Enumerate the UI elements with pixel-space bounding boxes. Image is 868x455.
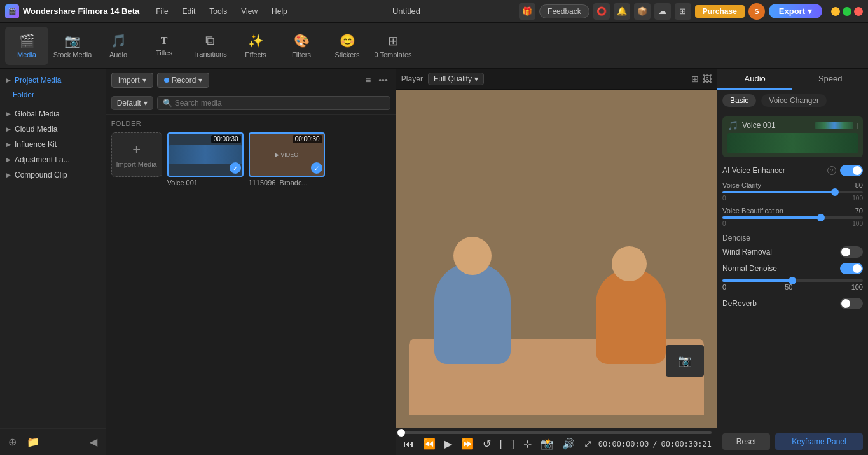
global-media-header[interactable]: ▶ Global Media (0, 106, 106, 122)
win-maximize-btn[interactable] (843, 7, 851, 16)
menu-edit[interactable]: Edit (176, 4, 202, 18)
search-input[interactable] (175, 99, 385, 108)
avatar[interactable]: S (748, 3, 765, 20)
record-button[interactable]: Record ▾ (157, 73, 210, 88)
profile-icon-btn[interactable]: ⭕ (593, 3, 610, 20)
sub-tab-voice-changer[interactable]: Voice Changer (761, 94, 827, 107)
influence-kit-header[interactable]: ▶ Influence Kit (0, 137, 106, 152)
ai-voice-enhancer-toggle[interactable] (840, 165, 863, 176)
mark-in-btn[interactable]: [ (497, 437, 505, 451)
purchase-button[interactable]: Purchase (695, 5, 745, 18)
feedback-button[interactable]: Feedback (539, 4, 589, 18)
filter-icon-btn[interactable]: ≡ (363, 74, 373, 87)
fullscreen-btn[interactable]: ⤢ (581, 437, 595, 451)
normal-denoise-slider-row: 0 50 100 (717, 277, 868, 295)
voice-beautification-min: 0 (722, 220, 726, 227)
toolbar-item-media[interactable]: 🎬 Media (5, 27, 48, 65)
dereverb-toggle[interactable] (840, 298, 863, 309)
toolbar-item-stock-media[interactable]: 📷 Stock Media (51, 27, 94, 65)
media-item-voice[interactable]: 00:00:30 ✓ Voice 001 (167, 132, 244, 186)
toolbar-item-templates[interactable]: ⊞ 0 Templates (371, 27, 415, 65)
voice-beautification-track[interactable] (722, 216, 863, 219)
more-icon-btn[interactable]: ••• (376, 74, 390, 87)
left-panel-collapse-btn[interactable]: ◀ (86, 434, 100, 450)
sub-tab-basic[interactable]: Basic (722, 94, 756, 107)
volume-btn[interactable]: 🔊 (560, 437, 577, 451)
right-sub-tabs: Basic Voice Changer (717, 90, 868, 111)
menu-tools[interactable]: Tools (203, 4, 233, 18)
ai-voice-enhancer-help-icon[interactable]: ? (827, 166, 836, 175)
menu-help[interactable]: Help (265, 4, 294, 18)
quality-label: Full Quality (434, 74, 472, 83)
normal-denoise-knob (853, 264, 862, 273)
import-chevron-icon: ▾ (142, 76, 146, 85)
broadcast-duration: 00:00:30 (293, 135, 322, 143)
full-preview-icon-btn[interactable]: 🖼 (703, 74, 712, 84)
normal-denoise-min: 0 (722, 283, 726, 291)
keyframe-panel-button[interactable]: Keyframe Panel (775, 433, 863, 450)
volume-max-indicator: | (856, 122, 858, 129)
import-media-btn[interactable]: + Import Media (111, 132, 162, 177)
left-panel-folder-btn[interactable]: 📁 (24, 434, 43, 450)
play-btn[interactable]: ▶ (442, 437, 455, 451)
menu-view[interactable]: View (235, 4, 264, 18)
rewind-btn[interactable]: ⏮ (401, 437, 417, 451)
media-item-broadcast[interactable]: ▶ VIDEO 00:00:30 ✓ 1115096_Broadc... (249, 132, 325, 186)
win-close-btn[interactable] (854, 7, 863, 16)
preview-panel: Player Full Quality ▾ ⊞ 🖼 📷 (396, 69, 717, 455)
import-label: Import (118, 76, 140, 85)
step-fwd-btn[interactable]: ⏩ (458, 437, 476, 451)
toolbar-item-transitions[interactable]: ⧉ Transitions (188, 27, 231, 65)
reset-button[interactable]: Reset (722, 433, 770, 450)
insert-btn[interactable]: ⊹ (521, 437, 534, 451)
toolbar-item-audio[interactable]: 🎵 Audio (97, 27, 140, 65)
import-button[interactable]: Import ▾ (111, 73, 153, 88)
toolbar-item-filters[interactable]: 🎨 Filters (280, 27, 323, 65)
toolbar-item-effects[interactable]: ✨ Effects (234, 27, 277, 65)
folder-item[interactable]: Folder (0, 88, 106, 102)
transitions-label: Transitions (193, 50, 226, 58)
voice-clarity-handle[interactable] (831, 188, 839, 196)
normal-denoise-track[interactable] (722, 279, 863, 282)
total-time: 00:00:30:21 (661, 440, 711, 449)
loop-btn[interactable]: ↺ (480, 437, 493, 451)
quality-select[interactable]: Full Quality ▾ (428, 73, 484, 85)
progress-handle[interactable] (397, 429, 405, 437)
search-box: 🔍 (157, 96, 390, 110)
menu-file[interactable]: File (149, 4, 174, 18)
cloud-media-label: Cloud Media (15, 125, 57, 134)
win-minimize-btn[interactable] (831, 7, 840, 16)
cloud-media-header[interactable]: ▶ Cloud Media (0, 122, 106, 137)
project-media-header[interactable]: ▶ Project Media (0, 73, 106, 88)
mark-out-btn[interactable]: ] (509, 437, 516, 451)
dereverb-knob (841, 299, 850, 308)
voice-beautification-handle[interactable] (817, 214, 825, 221)
minimize-icon-btn[interactable]: 🔔 (614, 3, 630, 20)
default-select[interactable]: Default ▾ (111, 96, 153, 110)
split-view-icon-btn[interactable]: ⊞ (691, 74, 699, 84)
adjustment-la-header[interactable]: ▶ Adjustment La... (0, 152, 106, 167)
toolbar-item-titles[interactable]: T Titles (142, 27, 186, 65)
gift-icon-btn[interactable]: 🎁 (519, 3, 535, 20)
voice-clarity-track[interactable] (722, 191, 863, 193)
progress-bar[interactable] (401, 431, 712, 434)
export-button[interactable]: Export ▾ (769, 4, 822, 18)
left-panel-add-btn[interactable]: ⊕ (5, 434, 20, 450)
snapshot-btn[interactable]: 📸 (538, 437, 556, 451)
wind-removal-toggle[interactable] (840, 246, 863, 258)
normal-denoise-toggle[interactable] (840, 263, 863, 274)
search-icon: 🔍 (163, 99, 172, 108)
step-back-btn[interactable]: ⏪ (420, 437, 438, 451)
stock-media-label: Stock Media (53, 51, 92, 59)
toolbar-item-stickers[interactable]: 😊 Stickers (326, 27, 369, 65)
ai-voice-enhancer-knob (853, 166, 862, 175)
apps-icon-btn[interactable]: ⊞ (675, 3, 691, 20)
normal-denoise-handle[interactable] (789, 277, 796, 284)
bell-icon-btn[interactable]: 📦 (634, 3, 651, 20)
cloud-icon-btn[interactable]: ☁ (654, 3, 671, 20)
compound-clip-header[interactable]: ▶ Compound Clip (0, 167, 106, 183)
tab-audio[interactable]: Audio (717, 69, 793, 90)
voice-beautification-value: 70 (855, 207, 863, 214)
filters-label: Filters (292, 51, 311, 59)
tab-speed[interactable]: Speed (792, 69, 868, 90)
